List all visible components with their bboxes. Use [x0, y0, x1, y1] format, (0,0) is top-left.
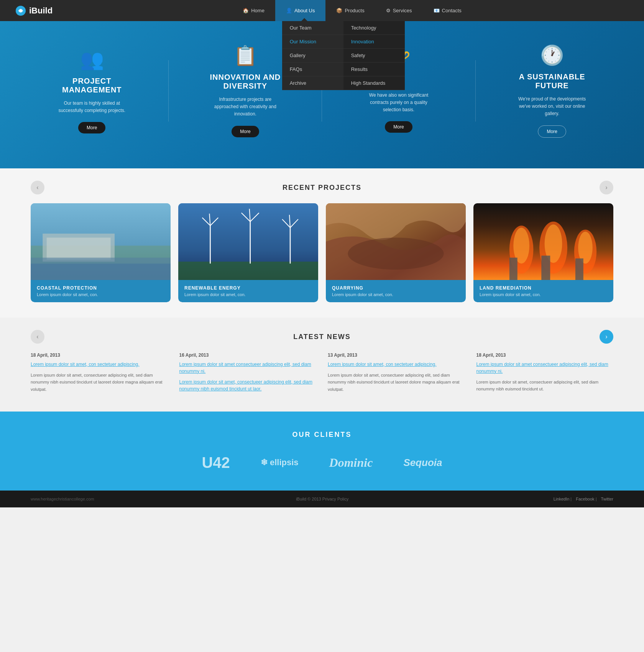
news-next-arrow[interactable]: ›: [600, 330, 613, 344]
project-label-2: QUARRYING Lorem ipsum dolor sit amet, co…: [326, 280, 466, 302]
news-item-0: 18 April, 2013 Lorem ipsum dolor sit ame…: [31, 352, 168, 396]
news-link-3[interactable]: Lorem ipsum dolor sit amet consectueer a…: [476, 361, 614, 375]
project-card-1[interactable]: RENEWABLE ENERGY Lorem ipsum dolor sit a…: [178, 203, 318, 302]
projects-next-arrow[interactable]: ›: [600, 181, 613, 194]
hero-desc-3: We're proud of the developments we've wo…: [514, 95, 590, 118]
dropdown-our-team[interactable]: Our Team: [282, 21, 343, 35]
clients-title: OUR CLIENTS: [31, 431, 613, 439]
footer-twitter[interactable]: Twitter: [601, 497, 613, 501]
news-prev-arrow[interactable]: ‹: [31, 330, 44, 344]
news-extra-link-1[interactable]: Lorem ipsum dolor sit amet, consectueer …: [179, 379, 317, 392]
svg-rect-5: [47, 237, 111, 259]
clients-logos: U42 ❄ ellipsis Dominic Sequoia: [31, 454, 613, 471]
nav-items: 🏠 Home 👤 About Us Our Team Our Mission G…: [76, 0, 629, 21]
contacts-icon: 📧: [434, 8, 440, 13]
svg-rect-9: [178, 262, 318, 280]
client-logo-ellipsis: ❄ ellipsis: [261, 458, 299, 468]
user-icon: 👤: [286, 8, 292, 13]
dropdown-col-1: Our Team Our Mission Gallery FAQs Archiv…: [282, 21, 343, 90]
hero-divider-2: [475, 60, 476, 122]
nav-home[interactable]: 🏠 Home: [232, 0, 275, 21]
projects-prev-arrow[interactable]: ‹: [31, 181, 44, 194]
dropdown-innovation[interactable]: Innovation: [343, 35, 405, 49]
dropdown-our-mission[interactable]: Our Mission: [282, 35, 343, 49]
project-desc-0: Lorem ipsum dolor sit amet, con.: [37, 292, 164, 297]
home-icon: 🏠: [243, 8, 249, 13]
news-title: LATEST NEWS: [293, 333, 351, 341]
hero-title-1: INNOVATION AND DIVERSITY: [207, 73, 284, 91]
news-date-0: 18 April, 2013: [31, 352, 168, 358]
news-date-3: 18 April, 2013: [476, 352, 614, 358]
nav-services[interactable]: ⚙ Services: [375, 0, 423, 21]
hero-icon-3: 🕐: [514, 44, 590, 66]
dropdown-gallery[interactable]: Gallery: [282, 49, 343, 63]
hero-item-0: 👥 PROJECT MANAGEMENT Our team is highly …: [46, 48, 138, 133]
site-logo[interactable]: iBuild: [15, 5, 53, 16]
about-dropdown: Our Team Our Mission Gallery FAQs Archiv…: [282, 21, 405, 90]
project-desc-3: Lorem ipsum dolor sit amet, con.: [480, 292, 607, 297]
hero-btn-0[interactable]: More: [78, 122, 105, 133]
hero-btn-3[interactable]: More: [538, 125, 566, 138]
recent-projects-section: ‹ RECENT PROJECTS ›: [0, 168, 644, 318]
project-desc-2: Lorem ipsum dolor sit amet, con.: [332, 292, 460, 297]
footer-divider-2: |: [596, 497, 598, 501]
svg-point-23: [348, 237, 444, 269]
hero-desc-1: Infrastructure projects are approached w…: [207, 96, 284, 118]
footer-linkedin[interactable]: LinkedIn: [554, 497, 570, 501]
projects-grid: COASTAL PROTECTION Lorem ipsum dolor sit…: [31, 203, 613, 302]
dropdown-safety[interactable]: Safety: [343, 49, 405, 63]
svg-rect-32: [541, 255, 550, 280]
nav-products[interactable]: 📦 Products: [325, 0, 375, 21]
project-card-3[interactable]: LAND REMEDIATION Lorem ipsum dolor sit a…: [473, 203, 613, 302]
hero-btn-1[interactable]: More: [232, 126, 259, 137]
news-item-3: 18 April, 2013 Lorem ipsum dolor sit ame…: [476, 352, 614, 396]
news-grid: 18 April, 2013 Lorem ipsum dolor sit ame…: [31, 352, 613, 396]
project-label-0: COASTAL PROTECTION Lorem ipsum dolor sit…: [31, 280, 171, 302]
project-card-0[interactable]: COASTAL PROTECTION Lorem ipsum dolor sit…: [31, 203, 171, 302]
svg-rect-7: [31, 263, 171, 280]
clients-section: OUR CLIENTS U42 ❄ ellipsis Dominic Sequo…: [0, 412, 644, 491]
news-text-3: Lorem ipsum dolor sit amet, consectueer …: [476, 379, 614, 393]
news-link-1[interactable]: Lorem ipsum dolor sit amet consectueer a…: [179, 361, 317, 375]
dropdown-col-2: Technology Innovation Safety Results Hig…: [343, 21, 405, 90]
client-logo-u42: U42: [202, 454, 230, 471]
project-name-2: QUARRYING: [332, 285, 460, 291]
logo-text: iBuild: [29, 6, 53, 16]
project-label-1: RENEWABLE ENERGY Lorem ipsum dolor sit a…: [178, 280, 318, 302]
latest-news-section: ‹ LATEST NEWS › 18 April, 2013 Lorem ips…: [0, 318, 644, 412]
client-logo-dominic: Dominic: [329, 456, 373, 470]
hero-icon-1: 📋: [207, 44, 284, 67]
hero-icon-0: 👥: [54, 48, 130, 71]
svg-point-1: [19, 9, 22, 12]
news-link-2[interactable]: Lorem ipsum dolor sit amet, con sectetue…: [328, 361, 465, 368]
hero-item-3: 🕐 A SUSTAINABLE FUTURE We're proud of th…: [506, 44, 598, 138]
footer-copyright: iBuild © 2013 Privacy Policy: [296, 497, 348, 501]
news-date-1: 16 April, 2013: [179, 352, 317, 358]
dropdown-archive[interactable]: Archive: [282, 76, 343, 90]
dropdown-technology[interactable]: Technology: [343, 21, 405, 35]
hero-desc-0: Our team is highly skilled at successful…: [54, 100, 130, 114]
project-name-0: COASTAL PROTECTION: [37, 285, 164, 291]
hero-divider-0: [168, 60, 169, 122]
client-logo-sequoia: Sequoia: [403, 457, 442, 469]
dropdown-high-standards[interactable]: High Standards: [343, 76, 405, 90]
hero-item-1: 📋 INNOVATION AND DIVERSITY Infrastructur…: [199, 44, 291, 137]
hero-btn-2[interactable]: More: [385, 121, 412, 133]
nav-about[interactable]: 👤 About Us Our Team Our Mission Gallery …: [275, 0, 325, 21]
footer-social: LinkedIn | Facebook | Twitter: [550, 497, 613, 501]
dropdown-results[interactable]: Results: [343, 63, 405, 76]
services-icon: ⚙: [386, 8, 391, 13]
project-card-2[interactable]: QUARRYING Lorem ipsum dolor sit amet, co…: [326, 203, 466, 302]
news-link-0[interactable]: Lorem ipsum dolor sit amet, con sectetue…: [31, 361, 168, 368]
footer-facebook[interactable]: Facebook: [576, 497, 594, 501]
project-desc-1: Lorem ipsum dolor sit amet, con.: [184, 292, 312, 297]
project-label-3: LAND REMEDIATION Lorem ipsum dolor sit a…: [473, 280, 613, 302]
nav-contacts[interactable]: 📧 Contacts: [423, 0, 472, 21]
dropdown-faqs[interactable]: FAQs: [282, 63, 343, 76]
recent-projects-header: ‹ RECENT PROJECTS ›: [31, 184, 613, 192]
news-text-0: Lorem ipsum dolor sit amet, consectueer …: [31, 372, 168, 393]
project-name-3: LAND REMEDIATION: [480, 285, 607, 291]
hero-title-0: PROJECT MANAGEMENT: [54, 77, 130, 94]
svg-rect-31: [509, 257, 518, 280]
footer-divider-1: |: [570, 497, 573, 501]
